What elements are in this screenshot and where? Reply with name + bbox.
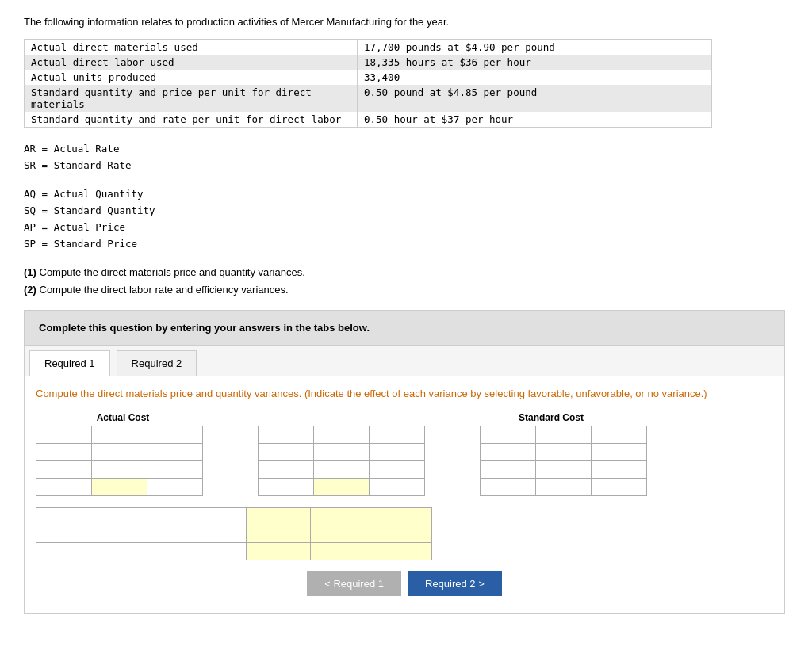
definition-ar: AR = Actual Rate [24,140,788,157]
cell-sq-sp-3[interactable] [592,426,647,444]
sum-aq-sp-2-y[interactable] [314,479,370,496]
variance-select-2[interactable] [311,525,432,543]
value-cell: 0.50 hour at $37 per hour [358,112,712,128]
total-aq-sp-1[interactable] [259,461,314,479]
label-cell: Actual direct materials used [25,40,358,55]
variance-select-1[interactable] [311,508,432,525]
value-cell: 0.50 pound at $4.85 per pound [358,85,712,112]
tabs-container: Required 1 Required 2 Compute the direct… [24,346,785,615]
sum-aq-ap-2-y[interactable] [92,479,147,496]
info-table: Actual direct materials used 17,700 poun… [24,39,712,128]
table-row: Standard quantity and rate per unit for … [25,112,712,128]
lower-variance-table [36,507,432,560]
table-row: Actual direct labor used 18,335 hours at… [25,55,712,70]
input-sq-sp-1[interactable] [481,444,536,461]
sum-sq-sp-3[interactable] [592,479,647,496]
prev-button[interactable]: < Required 1 [307,571,401,596]
sum-aq-sp-3[interactable] [370,479,425,496]
tab-desc-text: Compute the direct materials price and q… [36,388,301,399]
variance-row-1 [36,508,432,525]
total-aq-sp-2[interactable] [314,461,370,479]
instruction-2: (2) Compute the direct labor rate and ef… [24,281,788,299]
variance-select-3[interactable] [311,543,432,560]
instructions-block: (1) Compute the direct materials price a… [24,264,788,299]
data-row-2 [36,461,647,479]
label-cell: Standard quantity and price per unit for… [25,85,358,112]
tab-content: Compute the direct materials price and q… [25,376,784,614]
definition-sp: SP = Standard Price [24,235,788,252]
input-aq-ap-1[interactable] [36,444,92,461]
variance-label-3[interactable] [36,543,247,560]
input-sq-sp-3[interactable] [592,444,647,461]
input-aq-ap-2[interactable] [92,444,147,461]
standard-cost-label: Standard Cost [464,412,638,423]
actual-cost-label: Actual Cost [36,412,210,423]
input-aq-sp-1[interactable] [259,444,314,461]
variance-label-2[interactable] [36,525,247,543]
table-row: Standard quantity and price per unit for… [25,85,712,112]
variance-row-2 [36,525,432,543]
sum-aq-sp-1[interactable] [259,479,314,496]
variance-value-1[interactable] [246,508,310,525]
spacer [36,501,773,507]
variance-value-2[interactable] [246,525,310,543]
tabs-row: Required 1 Required 2 [25,346,784,376]
next-button[interactable]: Required 2 > [408,571,502,596]
total-sq-sp-2[interactable] [536,461,592,479]
variance-row-3 [36,543,432,560]
input-aq-ap-3[interactable] [147,444,203,461]
input-aq-sp-3[interactable] [370,444,425,461]
upper-variance-table [36,426,647,496]
cell-sq-sp-1[interactable] [481,426,536,444]
cell-aq-ap-3[interactable] [147,426,203,444]
definition-ap: AP = Actual Price [24,219,788,235]
input-sq-sp-2[interactable] [536,444,592,461]
table-row: Actual units produced 33,400 [25,70,712,85]
cell-aq-sp-2[interactable] [314,426,370,444]
table-row: Actual direct materials used 17,700 poun… [25,40,712,55]
nav-buttons: < Required 1 Required 2 > [36,571,773,604]
value-cell: 18,335 hours at $36 per hour [358,55,712,70]
total-aq-ap-2[interactable] [92,461,147,479]
tab-description: Compute the direct materials price and q… [36,386,773,402]
blue-header-row [36,426,647,444]
instruction-1: (1) Compute the direct materials price a… [24,264,788,281]
variance-label-1[interactable] [36,508,247,525]
definition-aq: AQ = Actual Quantity [24,185,788,202]
tab-required1[interactable]: Required 1 [29,350,110,376]
tab-required2[interactable]: Required 2 [117,350,197,376]
input-aq-sp-2[interactable] [314,444,370,461]
cell-aq-sp-3[interactable] [370,426,425,444]
definition-sq: SQ = Standard Quantity [24,202,788,219]
sum-aq-ap-1[interactable] [36,479,92,496]
total-aq-sp-3[interactable] [370,461,425,479]
sum-aq-ap-3[interactable] [147,479,203,496]
total-aq-ap-1[interactable] [36,461,92,479]
definition-sr: SR = Standard Rate [24,157,788,174]
cell-sq-sp-2[interactable] [536,426,592,444]
total-aq-ap-3[interactable] [147,461,203,479]
intro-paragraph: The following information relates to pro… [24,16,788,28]
value-cell: 17,700 pounds at $4.90 per pound [358,40,712,55]
variance-section: Actual Cost Standard Cost [36,412,773,560]
cell-aq-sp-1[interactable] [259,426,314,444]
yellow-sum-row [36,479,647,496]
label-cell: Actual direct labor used [25,55,358,70]
label-cell: Actual units produced [25,70,358,85]
total-sq-sp-3[interactable] [592,461,647,479]
cell-aq-ap-2[interactable] [92,426,147,444]
variance-value-3[interactable] [246,543,310,560]
tab-desc-highlight: (Indicate the effect of each variance by… [304,388,707,399]
total-sq-sp-1[interactable] [481,461,536,479]
definitions-group2: AQ = Actual Quantity SQ = Standard Quant… [24,185,788,253]
spacer-label [274,412,448,423]
cell-aq-ap-1[interactable] [36,426,92,444]
data-row-1 [36,444,647,461]
definitions-group1: AR = Actual Rate SR = Standard Rate [24,140,788,174]
sum-sq-sp-1[interactable] [481,479,536,496]
complete-box: Complete this question by entering your … [24,310,785,346]
value-cell: 33,400 [358,70,712,85]
label-cell: Standard quantity and rate per unit for … [25,112,358,128]
sum-sq-sp-2[interactable] [536,479,592,496]
